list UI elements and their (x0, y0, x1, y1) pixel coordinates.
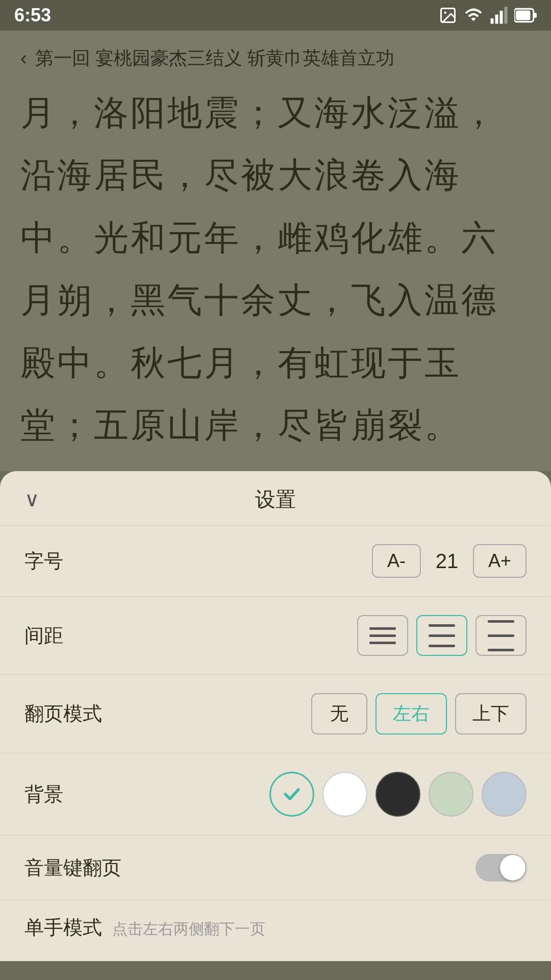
reading-area: ‹ 第一回 宴桃园豪杰三结义 斩黄巾英雄首立功 月，洛阳地震；又海水泛溢，沿海居… (0, 31, 551, 471)
volume-key-row: 音量键翻页 (0, 836, 551, 900)
battery-icon (514, 6, 537, 24)
bg-white-button[interactable] (322, 772, 367, 817)
svg-rect-7 (534, 13, 537, 17)
svg-rect-2 (491, 18, 494, 24)
medium-icon (429, 622, 455, 650)
single-hand-text: 单手模式 点击左右两侧翻下一页 (24, 915, 265, 941)
settings-header: ∨ 设置 (0, 471, 551, 526)
font-size-controls: A- 21 A+ (372, 544, 527, 578)
checkmark-icon (281, 783, 303, 805)
settings-title: 设置 (255, 485, 296, 513)
font-size-row: 字号 A- 21 A+ (0, 526, 551, 597)
bg-black-button[interactable] (375, 772, 420, 817)
bg-green-button[interactable] (429, 772, 473, 817)
wide-icon (488, 616, 514, 656)
spacing-medium-button[interactable] (416, 615, 467, 656)
chapter-title: 第一回 宴桃园豪杰三结义 斩黄巾英雄首立功 (35, 46, 394, 71)
svg-rect-4 (500, 11, 503, 24)
font-decrease-button[interactable]: A- (372, 544, 421, 578)
spacing-row: 间距 (0, 597, 551, 675)
status-bar: 6:53 (0, 0, 551, 31)
page-mode-none-button[interactable]: 无 (311, 693, 367, 734)
background-label: 背景 (24, 781, 63, 807)
spacing-tight-button[interactable] (357, 615, 408, 656)
background-row: 背景 (0, 753, 551, 836)
status-icons (439, 6, 537, 24)
toggle-knob (500, 855, 525, 880)
font-increase-button[interactable]: A+ (473, 544, 527, 578)
spacing-wide-button[interactable] (475, 615, 527, 656)
font-size-value: 21 (429, 550, 465, 573)
status-time: 6:53 (14, 5, 51, 26)
back-button[interactable]: ‹ (20, 47, 27, 69)
wifi-icon (463, 6, 484, 24)
single-hand-label: 单手模式 (24, 917, 102, 938)
tight-icon (369, 626, 396, 645)
page-mode-label: 翻页模式 (24, 701, 102, 727)
svg-point-1 (444, 12, 447, 14)
background-controls (269, 772, 527, 817)
settings-close-button[interactable]: ∨ (24, 487, 39, 511)
spacing-controls (357, 615, 527, 656)
page-mode-lr-button[interactable]: 左右 (375, 693, 447, 734)
bg-beige-button[interactable] (269, 772, 314, 817)
font-size-label: 字号 (24, 548, 63, 574)
page-mode-ud-button[interactable]: 上下 (455, 693, 527, 734)
page-mode-row: 翻页模式 无 左右 上下 (0, 675, 551, 753)
single-hand-row: 单手模式 点击左右两侧翻下一页 (0, 900, 551, 941)
svg-rect-3 (495, 15, 498, 24)
nav-bar: ‹ 第一回 宴桃园豪杰三结义 斩黄巾英雄首立功 (20, 41, 531, 81)
signal-icon (490, 6, 508, 24)
reading-text: 月，洛阳地震；又海水泛溢，沿海居民，尽被大浪卷入海中。光和元年，雌鸡化雄。六月朔… (20, 81, 531, 456)
image-icon (439, 6, 457, 24)
svg-rect-5 (505, 7, 508, 24)
single-hand-hint: 点击左右两侧翻下一页 (112, 920, 265, 937)
svg-rect-8 (516, 11, 530, 20)
bg-blue-button[interactable] (482, 772, 527, 817)
settings-panel: ∨ 设置 字号 A- 21 A+ 间距 (0, 471, 551, 961)
volume-key-label: 音量键翻页 (24, 855, 121, 881)
spacing-label: 间距 (24, 623, 63, 649)
page-mode-controls: 无 左右 上下 (311, 693, 527, 734)
volume-key-toggle[interactable] (475, 854, 527, 881)
